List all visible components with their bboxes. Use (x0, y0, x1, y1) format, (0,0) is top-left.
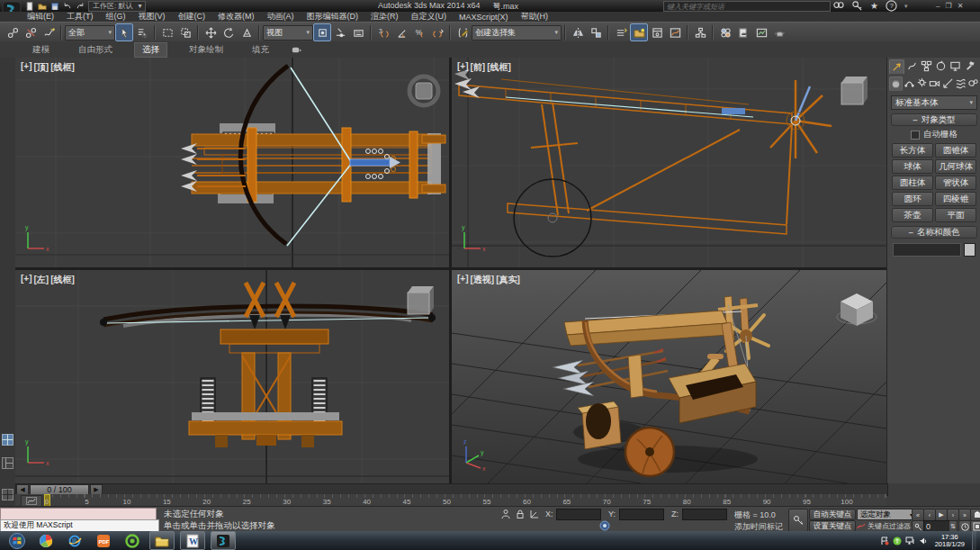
use-pivot-point-center-icon[interactable] (313, 23, 331, 41)
workspace-dropdown[interactable]: 工作区: 默认 ▾ (88, 1, 146, 12)
viewport-front[interactable]: [+] [前] [线框] (452, 58, 886, 267)
autogrid-checkbox[interactable] (911, 131, 920, 140)
pyramid-button[interactable]: 四棱锥 (935, 192, 976, 206)
unlink-selection-icon[interactable] (22, 23, 40, 41)
viewport-menu-plus[interactable]: [+] (21, 61, 32, 74)
viewport-top-canvas[interactable]: x y (15, 58, 449, 267)
tab-create[interactable] (889, 59, 904, 74)
torus-button[interactable]: 圆环 (892, 192, 933, 206)
viewport-perspective[interactable]: [+] [透视] [真实] (452, 270, 886, 483)
taskbar-app-pdf-icon[interactable]: PDF (92, 532, 115, 549)
minimize-button[interactable]: – (936, 2, 940, 10)
selection-lock-toggle-icon[interactable] (500, 509, 511, 519)
rendered-frame-window-icon[interactable] (752, 23, 770, 41)
key-mode-dropdown[interactable]: 选定对象▾ (857, 509, 916, 520)
open-file-icon[interactable] (38, 2, 47, 11)
category-helpers[interactable] (942, 77, 954, 90)
category-cameras[interactable] (929, 77, 940, 90)
select-and-manipulate-icon[interactable] (331, 23, 349, 41)
rectangular-selection-region-icon[interactable] (158, 23, 176, 41)
populate-tools-icon[interactable] (291, 44, 302, 56)
reference-coordinate-system-dropdown[interactable]: 视图▾ (263, 25, 313, 41)
plane-button[interactable]: 平面 (935, 208, 976, 222)
taskbar-clock[interactable]: 17:36 2018/1/29 (935, 534, 965, 548)
key-filters-button[interactable]: 关键点过滤器... (857, 521, 917, 531)
set-keys-button[interactable] (788, 509, 808, 532)
viewport-name-menu[interactable]: [透视] (471, 274, 495, 286)
viewport-menu-plus[interactable]: [+] (457, 61, 469, 74)
zoom-extents-icon[interactable] (970, 509, 980, 521)
graphite-ribbon-toggle-icon[interactable] (648, 23, 666, 41)
x-coordinate-field[interactable] (556, 509, 601, 520)
viewport-shading-menu[interactable]: [线框] (487, 61, 511, 74)
mirror-icon[interactable] (569, 23, 587, 41)
select-and-move-icon[interactable] (202, 23, 220, 41)
tube-button[interactable]: 管状体 (935, 176, 976, 190)
category-systems[interactable] (967, 77, 979, 90)
render-setup-icon[interactable] (734, 23, 752, 41)
primitive-category-dropdown[interactable]: 标准基本体 ▾ (891, 95, 977, 110)
track-bar-ruler[interactable]: 0510152025303540455055606570758085909510… (44, 494, 886, 506)
teapot-button[interactable]: 茶壶 (892, 208, 933, 222)
edit-named-selection-sets-icon[interactable] (454, 23, 472, 41)
spinner-snap-toggle-icon[interactable] (428, 23, 446, 41)
viewport-top[interactable]: [+] [顶] [线框] (15, 58, 449, 267)
help-icon[interactable]: ? (886, 0, 897, 12)
sign-in-icon[interactable] (851, 0, 863, 12)
viewport-layout-tab-b-icon[interactable] (2, 457, 13, 469)
taskbar-app-3dsmax-icon[interactable] (211, 531, 236, 550)
bind-to-space-warp-icon[interactable] (40, 23, 58, 41)
tab-display[interactable] (949, 59, 962, 73)
transform-lock-icon[interactable] (515, 509, 526, 519)
schematic-view-icon[interactable] (691, 23, 709, 41)
viewport-layout-tab-a-icon[interactable] (2, 434, 13, 446)
cylinder-button[interactable]: 圆柱体 (892, 176, 933, 190)
category-shapes[interactable] (904, 77, 915, 90)
category-geometry[interactable] (889, 77, 903, 91)
play-button[interactable]: ▶ (935, 509, 948, 521)
taskbar-app-ie-icon[interactable] (63, 532, 86, 549)
network-tray-icon[interactable] (905, 536, 915, 545)
cone-button[interactable]: 圆锥体 (935, 143, 976, 158)
taskbar-app-browser-icon[interactable] (121, 532, 144, 549)
tab-utilities[interactable] (963, 59, 976, 73)
restore-button[interactable]: ❐ (945, 2, 951, 10)
layer-explorer-icon[interactable] (630, 23, 648, 41)
viewport-layouts-button[interactable] (0, 483, 15, 506)
material-editor-icon[interactable] (716, 23, 734, 41)
select-object-icon[interactable] (115, 23, 133, 41)
select-and-link-icon[interactable] (4, 23, 22, 41)
maxscript-mini-listener-input[interactable]: 欢迎使用 MAXScript (0, 519, 159, 532)
undo-icon[interactable] (63, 2, 72, 11)
angle-snap-toggle-icon[interactable] (392, 23, 410, 41)
geosphere-button[interactable]: 几何球体 (935, 159, 976, 174)
name-color-rollout[interactable]: − 名称和颜色 (891, 226, 977, 239)
isolate-selection-icon[interactable] (599, 520, 610, 531)
tab-modify[interactable] (905, 59, 919, 73)
search-input[interactable] (663, 1, 831, 12)
tab-motion[interactable] (934, 59, 948, 73)
viewport-shading-menu[interactable]: [线框] (50, 61, 75, 74)
sphere-button[interactable]: 球体 (892, 159, 933, 174)
object-name-input[interactable] (893, 243, 961, 257)
search-communities-icon[interactable] (832, 0, 844, 12)
box-button[interactable]: 长方体 (892, 143, 933, 158)
viewport-menu-plus[interactable]: [+] (21, 274, 32, 286)
ribbon-tab-populate[interactable]: 填充 (245, 43, 276, 57)
z-coordinate-field[interactable] (682, 509, 727, 520)
redo-icon[interactable] (76, 2, 85, 11)
viewport-perspective-canvas[interactable]: x y z (452, 270, 886, 483)
toggle-scene-explorer-icon[interactable] (612, 23, 630, 41)
ribbon-tab-modeling[interactable]: 建模 (25, 43, 57, 57)
taskbar-app-word-icon[interactable]: W (180, 531, 205, 550)
go-to-start-button[interactable]: « (912, 509, 924, 521)
category-space-warps[interactable] (955, 77, 967, 90)
ribbon-tab-selection[interactable]: 选择 (134, 42, 167, 58)
y-coordinate-field[interactable] (619, 509, 664, 520)
start-button[interactable] (5, 532, 29, 549)
select-and-rotate-icon[interactable] (220, 23, 238, 41)
object-color-swatch[interactable] (964, 243, 976, 257)
viewport-left-canvas[interactable]: x y (15, 270, 449, 483)
auto-key-button[interactable]: 自动关键点 (809, 509, 856, 520)
viewport-name-menu[interactable]: [左] (34, 274, 49, 286)
